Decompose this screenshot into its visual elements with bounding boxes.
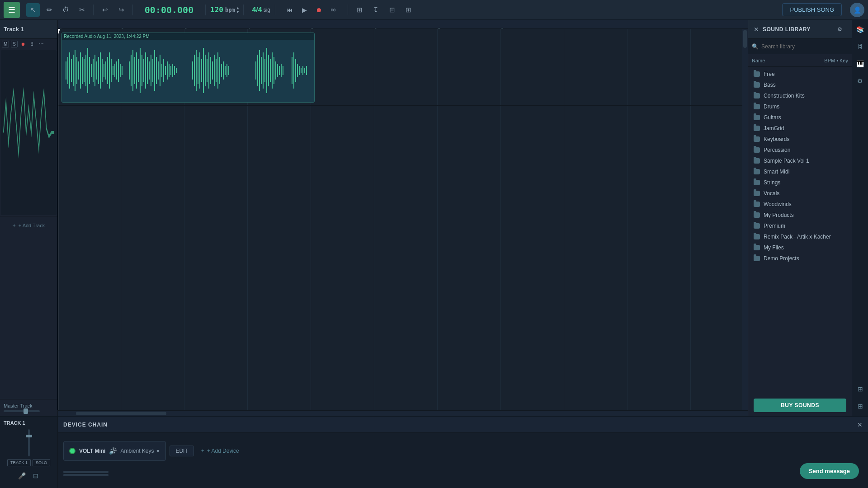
library-panel-toggle-button[interactable]: 📚 xyxy=(854,23,866,35)
settings-panel-toggle-button[interactable]: ⚙ xyxy=(854,75,866,87)
library-settings-icon[interactable]: ⚙ xyxy=(833,23,846,36)
audio-clip-1[interactable]: Recorded Audio Aug 11, 2023, 1:44:22 PM xyxy=(61,33,315,103)
tool-btn-8[interactable]: ⊞ xyxy=(401,3,415,17)
time-display: 00:00.000 xyxy=(137,5,201,15)
library-item[interactable]: Construction Kits xyxy=(748,90,852,101)
svg-rect-103 xyxy=(304,68,305,73)
bpm-value[interactable]: 120 xyxy=(210,5,223,14)
bottom-icon-2[interactable]: ⊞ xyxy=(854,400,866,412)
library-item-name: Sample Pack Vol 1 xyxy=(764,158,809,164)
undo-button[interactable]: ↩ xyxy=(98,3,112,17)
svg-rect-46 xyxy=(154,50,155,91)
svg-rect-1 xyxy=(67,57,68,84)
library-item[interactable]: My Files xyxy=(748,242,852,253)
track1-solo-button[interactable]: S xyxy=(11,41,18,47)
library-item[interactable]: Premium xyxy=(748,221,852,231)
mixer-panel-toggle-button[interactable]: 🎛 xyxy=(854,41,866,52)
library-item[interactable]: Vocals xyxy=(748,188,852,199)
library-item[interactable]: Percussion xyxy=(748,145,852,155)
sig-value[interactable]: 4/4 xyxy=(252,6,262,14)
track-list-spacer xyxy=(0,234,57,399)
volume-thumb[interactable] xyxy=(26,435,32,437)
library-item[interactable]: Keyboards xyxy=(748,134,852,145)
volt-mini-plugin[interactable]: VOLT Mini 🔊 Ambient Keys ▼ xyxy=(63,441,166,461)
library-item[interactable]: JamGrid xyxy=(748,123,852,134)
library-item[interactable]: Demo Projects xyxy=(748,253,852,264)
library-item[interactable]: My Products xyxy=(748,210,852,221)
track1-fx-button[interactable]: 🎚 xyxy=(28,41,36,47)
library-item[interactable]: Smart Midi xyxy=(748,166,852,177)
track1-automation-button[interactable]: 〰 xyxy=(38,41,45,47)
device-chain-close-button[interactable]: ✕ xyxy=(857,421,863,428)
library-item[interactable]: Guitars xyxy=(748,112,852,123)
play-button[interactable]: ▶ xyxy=(298,4,311,16)
library-search-input[interactable] xyxy=(761,43,848,50)
library-item[interactable]: Woodwinds xyxy=(748,199,852,210)
svg-rect-99 xyxy=(297,64,298,77)
svg-rect-44 xyxy=(151,55,151,86)
redo-button[interactable]: ↪ xyxy=(114,3,128,17)
bottom-track-mic-icon[interactable]: 🎤 xyxy=(16,470,28,482)
master-fader-thumb[interactable] xyxy=(24,408,28,414)
folder-icon xyxy=(754,104,760,109)
buy-sounds-button[interactable]: BUY SOUNDS xyxy=(754,399,846,412)
library-item[interactable]: Remix Pack - Artik x Kacher xyxy=(748,231,852,242)
clip-label: Recorded Audio Aug 11, 2023, 1:44:22 PM xyxy=(62,33,314,40)
v-scrollbar-thumb[interactable] xyxy=(743,30,747,48)
plugin-preset[interactable]: Ambient Keys ▼ xyxy=(120,448,160,454)
scissors-button[interactable]: ✂ xyxy=(75,3,89,17)
tool-btn-6[interactable]: ↧ xyxy=(369,3,382,17)
library-item[interactable]: Free xyxy=(748,69,852,80)
add-track-area[interactable]: + + Add Track xyxy=(0,216,57,234)
master-fader[interactable] xyxy=(4,410,40,412)
menu-button[interactable]: ☰ xyxy=(4,2,20,18)
svg-rect-104 xyxy=(306,66,307,75)
clock-button[interactable]: ⏱ xyxy=(59,3,72,17)
playhead[interactable] xyxy=(58,29,58,410)
svg-rect-9 xyxy=(82,57,83,84)
horizontal-scrollbar[interactable] xyxy=(58,410,748,416)
solo-button[interactable]: SOLO xyxy=(33,459,50,466)
record-button[interactable]: ⏺ xyxy=(312,4,325,16)
publish-button[interactable]: PUBLISH SONG xyxy=(782,3,842,16)
svg-rect-48 xyxy=(158,61,159,80)
vertical-scrollbar[interactable] xyxy=(742,29,748,410)
library-item-name: Woodwinds xyxy=(764,201,792,207)
bpm-arrows[interactable]: ▲▼ xyxy=(237,6,239,14)
tool-btn-5[interactable]: ⊞ xyxy=(353,3,366,17)
library-close-icon[interactable]: ✕ xyxy=(754,26,759,33)
library-item-name: JamGrid xyxy=(764,125,784,131)
library-item[interactable]: Sample Pack Vol 1 xyxy=(748,155,852,166)
send-message-button[interactable]: Send message xyxy=(800,463,859,479)
h-scrollbar-thumb[interactable] xyxy=(76,412,166,415)
empty-lane-area xyxy=(58,106,748,410)
svg-rect-43 xyxy=(149,61,150,80)
track1-mute-button[interactable]: M xyxy=(2,41,9,47)
svg-rect-77 xyxy=(225,66,226,75)
tool-btn-7[interactable]: ⊟ xyxy=(385,3,399,17)
volume-fader[interactable] xyxy=(28,429,30,456)
plugin-edit-button[interactable]: EDIT xyxy=(170,446,193,456)
bottom-icon-1[interactable]: ⊞ xyxy=(854,383,866,395)
plugin-power-button[interactable] xyxy=(69,448,75,454)
mute-button[interactable]: TRACK 1 xyxy=(7,459,31,466)
library-header: ✕ SOUND LIBRARY ⚙ xyxy=(748,20,852,39)
folder-icon xyxy=(754,191,760,196)
library-item[interactable]: Bass xyxy=(748,80,852,90)
sound-library-panel: ✕ SOUND LIBRARY ⚙ 🔍 Name BPM • Key FreeB… xyxy=(748,20,852,416)
svg-rect-10 xyxy=(84,59,85,82)
main-area: Track 1 M S ⏺ 🎚 〰 + + Add Track Master T… xyxy=(0,20,868,416)
svg-rect-81 xyxy=(257,55,258,86)
track1-rec-button[interactable]: ⏺ xyxy=(19,41,27,47)
loop-button[interactable]: ∞ xyxy=(327,4,340,16)
library-item[interactable]: Strings xyxy=(748,177,852,188)
cursor-tool-button[interactable]: ↖ xyxy=(26,3,40,17)
folder-icon xyxy=(754,136,760,142)
pencil-tool-button[interactable]: ✏ xyxy=(42,3,56,17)
add-device-button[interactable]: + + Add Device xyxy=(198,446,243,456)
piano-roll-toggle-button[interactable]: 🎹 xyxy=(854,58,866,70)
bottom-track-eq-icon[interactable]: ⊟ xyxy=(30,470,42,482)
svg-rect-16 xyxy=(94,55,95,86)
library-item[interactable]: Drums xyxy=(748,101,852,112)
skip-back-button[interactable]: ⏮ xyxy=(283,4,296,16)
